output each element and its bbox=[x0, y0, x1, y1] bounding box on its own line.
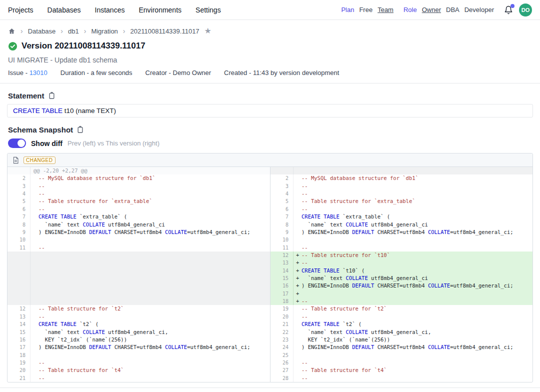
line-number: 23 bbox=[270, 336, 294, 344]
breadcrumb: › Database › db1 › Migration › 202110081… bbox=[0, 20, 540, 35]
role-option-developer[interactable]: Developer bbox=[464, 6, 494, 14]
sql-keyword: DEFAULT bbox=[352, 229, 374, 235]
sql-text: utf8mb4_general_ci bbox=[368, 275, 428, 281]
diff-row: 8 `name` text COLLATE utf8mb4_general_ci bbox=[270, 221, 532, 228]
sql-text: `t2` ( bbox=[340, 321, 362, 327]
diff-row: 22 `name` text COLLATE utf8mb4_general_c… bbox=[270, 328, 532, 336]
favorite-star-icon[interactable]: ★ bbox=[204, 27, 212, 35]
line-number: 2 bbox=[270, 174, 294, 182]
home-icon[interactable] bbox=[8, 28, 16, 35]
sql-text: `name` text bbox=[302, 329, 346, 335]
sql-keyword: DEFAULT bbox=[89, 229, 111, 235]
meta-label: Duration - bbox=[60, 69, 91, 76]
diff-row: 12-- Table structure for `t2` bbox=[8, 305, 270, 312]
nav-item-projects[interactable]: Projects bbox=[8, 6, 34, 14]
nav-item-instances[interactable]: Instances bbox=[95, 6, 125, 14]
sql-comment: -- bbox=[302, 298, 308, 304]
meta-label: Created - bbox=[224, 69, 253, 76]
line-number: 7 bbox=[270, 213, 294, 220]
chevron-icon: › bbox=[84, 27, 86, 35]
line-number: 13 bbox=[270, 259, 294, 266]
sql-text: =utf8mb4_general_ci; bbox=[450, 344, 513, 350]
code-line: -- MySQL database structure for `db1` bbox=[38, 174, 270, 182]
nav-item-databases[interactable]: Databases bbox=[48, 6, 81, 14]
diff-prefix bbox=[294, 244, 302, 252]
sql-keyword: COLLATE bbox=[346, 275, 368, 281]
toggle-knob bbox=[18, 140, 25, 147]
breadcrumb-item-version[interactable]: 20211008114339.11017 bbox=[130, 28, 200, 35]
sql-text: =utf8mb4_general_ci; bbox=[187, 229, 250, 235]
notification-bell-icon[interactable] bbox=[503, 4, 514, 16]
diff-row: 11-- bbox=[8, 244, 270, 252]
sql-comment: -- bbox=[38, 183, 45, 189]
diff-prefix bbox=[294, 313, 302, 320]
line-number: 21 bbox=[270, 320, 294, 328]
diff-row: 10 bbox=[270, 236, 532, 244]
sql-comment: -- Table structure for `extra_table` bbox=[302, 198, 416, 204]
diff-prefix bbox=[294, 198, 302, 205]
diff-prefix bbox=[30, 252, 38, 259]
code-line: CREATE TABLE `extra_table` ( bbox=[302, 213, 532, 220]
nav-item-environments[interactable]: Environments bbox=[138, 6, 182, 14]
sql-text: t10 (name TEXT) bbox=[62, 107, 116, 114]
issue-link[interactable]: 13010 bbox=[30, 69, 48, 76]
user-avatar[interactable]: DO bbox=[519, 4, 532, 16]
meta-item: Issue - 13010 bbox=[8, 69, 48, 76]
diff-row-added: 17+ bbox=[270, 290, 532, 298]
line-number: 10 bbox=[8, 236, 30, 244]
sql-comment: -- bbox=[302, 260, 308, 266]
sql-comment: -- Table structure for `t2` bbox=[302, 306, 387, 312]
diff-prefix bbox=[30, 182, 38, 190]
diff-row: 6-- bbox=[270, 206, 532, 213]
diff-prefix bbox=[294, 366, 302, 374]
code-line: -- Table structure for `t10` bbox=[302, 252, 532, 259]
chevron-icon: › bbox=[20, 27, 23, 35]
diff-toggle-row: Show diff Prev (left) vs This version (r… bbox=[0, 134, 540, 148]
show-diff-label: Show diff bbox=[31, 140, 62, 148]
line-number: 15 bbox=[8, 328, 30, 336]
nav-item-settings[interactable]: Settings bbox=[196, 6, 221, 14]
diff-filler-row bbox=[8, 290, 270, 298]
code-line: -- bbox=[38, 374, 270, 382]
code-line: `name` text COLLATE utf8mb4_general_ci, bbox=[302, 328, 532, 336]
code-line bbox=[38, 267, 270, 274]
sql-comment: -- Table structure for `extra_table` bbox=[38, 198, 152, 204]
sql-text: ) ENGINE=InnoDB bbox=[38, 344, 89, 350]
diff-prefix bbox=[30, 298, 38, 305]
code-line bbox=[302, 167, 532, 174]
sql-keyword: COLLATE bbox=[83, 329, 105, 335]
breadcrumb-item-db1[interactable]: db1 bbox=[68, 28, 79, 35]
code-line bbox=[38, 290, 270, 298]
code-line: -- Table structure for `t4` bbox=[302, 366, 532, 374]
diff-prefix bbox=[30, 282, 38, 290]
breadcrumb-item-migration[interactable]: Migration bbox=[91, 28, 118, 35]
code-line: `name` text COLLATE utf8mb4_general_ci bbox=[302, 274, 532, 282]
sql-text: =utf8mb4_general_ci; bbox=[187, 344, 250, 350]
plan-option-team[interactable]: Team bbox=[378, 6, 394, 14]
role-option-owner[interactable]: Owner bbox=[422, 6, 441, 14]
meta-item: Created - 11:43 by version development bbox=[224, 69, 339, 76]
role-option-dba[interactable]: DBA bbox=[446, 6, 460, 14]
diff-row: 23 KEY `t2_idx` (`name`(256)) bbox=[270, 336, 532, 344]
diff-prefix bbox=[30, 190, 38, 198]
show-diff-toggle[interactable] bbox=[8, 138, 26, 148]
copy-statement-icon[interactable] bbox=[48, 92, 56, 100]
code-line: -- Table structure for `t2` bbox=[302, 305, 532, 312]
code-line: `name` text COLLATE utf8mb4_general_ci bbox=[38, 221, 270, 228]
diff-prefix bbox=[30, 336, 38, 344]
diff-prefix bbox=[30, 374, 38, 382]
diff-prefix bbox=[294, 182, 302, 190]
plan-option-free[interactable]: Free bbox=[359, 6, 372, 14]
sql-comment: -- bbox=[38, 360, 45, 366]
sql-comment: -- bbox=[38, 206, 45, 212]
copy-schema-icon[interactable] bbox=[76, 126, 84, 134]
code-line bbox=[38, 236, 270, 244]
code-line: -- bbox=[38, 313, 270, 320]
code-line: -- bbox=[302, 313, 532, 320]
breadcrumb-item-database[interactable]: Database bbox=[28, 28, 56, 35]
diff-row: 3-- bbox=[8, 182, 270, 190]
schema-snapshot-section-header: Schema Snapshot bbox=[0, 118, 540, 134]
sql-text: CHARSET=utf8mb4 bbox=[374, 229, 428, 235]
line-number bbox=[8, 282, 30, 290]
diff-row: 7CREATE TABLE `extra_table` ( bbox=[270, 213, 532, 220]
